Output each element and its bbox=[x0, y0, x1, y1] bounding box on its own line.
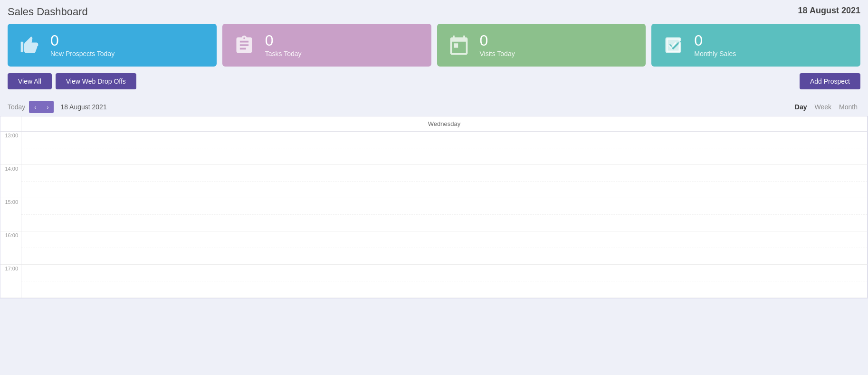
calendar-date-display: 18 August 2021 bbox=[60, 103, 106, 111]
calendar-prev-button[interactable]: ‹ bbox=[29, 101, 41, 113]
stat-card-tasks: 0 Tasks Today bbox=[222, 24, 431, 67]
tasks-count: 0 bbox=[265, 33, 302, 48]
action-bar: View All View Web Drop Offs Add Prospect bbox=[8, 73, 860, 89]
stat-cards-row: 0 New Prospects Today 0 Tasks Today bbox=[8, 24, 860, 67]
header-date: 18 August 2021 bbox=[798, 6, 860, 16]
visits-label: Visits Today bbox=[480, 50, 515, 58]
time-slot-label-14: 14:00 bbox=[0, 165, 21, 198]
action-bar-right: Add Prospect bbox=[800, 73, 860, 89]
time-slot-label-16: 16:00 bbox=[0, 231, 21, 265]
view-all-button[interactable]: View All bbox=[8, 73, 52, 89]
calendar-container: Wednesday 13:00 14:00 15:00 16:00 17:00 bbox=[0, 116, 868, 298]
time-slot-label-13: 13:00 bbox=[0, 132, 21, 165]
view-web-drop-offs-button[interactable]: View Web Drop Offs bbox=[56, 73, 136, 89]
calendar-nav: Today ‹ › 18 August 2021 Day Week Month bbox=[0, 96, 868, 116]
calendar-slot-13 bbox=[21, 132, 868, 165]
page-title: Sales Dashboard bbox=[8, 6, 88, 18]
monthly-sales-label: Monthly Sales bbox=[694, 50, 736, 58]
calendar-view-buttons: Day Week Month bbox=[792, 102, 860, 112]
calendar-view-day[interactable]: Day bbox=[792, 102, 810, 112]
action-bar-left: View All View Web Drop Offs bbox=[8, 73, 136, 89]
monthly-sales-count: 0 bbox=[694, 33, 736, 48]
calendar-header: Wednesday bbox=[0, 116, 868, 132]
calendar-slot-14 bbox=[21, 165, 868, 198]
add-prospect-button[interactable]: Add Prospect bbox=[800, 73, 860, 89]
chart-icon bbox=[661, 33, 686, 58]
new-prospects-label: New Prospects Today bbox=[50, 50, 114, 58]
time-slot-label-17: 17:00 bbox=[0, 265, 21, 298]
time-gutter: 13:00 14:00 15:00 16:00 17:00 bbox=[0, 132, 21, 298]
stat-card-visits: 0 Visits Today bbox=[437, 24, 646, 67]
calendar-view-week[interactable]: Week bbox=[812, 102, 835, 112]
tasks-label: Tasks Today bbox=[265, 50, 302, 58]
clipboard-icon bbox=[232, 33, 257, 58]
calendar-content-col bbox=[21, 132, 868, 298]
stat-card-new-prospects: 0 New Prospects Today bbox=[8, 24, 217, 67]
calendar-slot-16 bbox=[21, 231, 868, 265]
thumbs-up-icon bbox=[17, 33, 42, 58]
calendar-slot-17 bbox=[21, 265, 868, 298]
calendar-grid-icon bbox=[447, 33, 471, 58]
time-gutter-header bbox=[0, 116, 21, 131]
calendar-slot-15 bbox=[21, 198, 868, 231]
visits-count: 0 bbox=[480, 33, 515, 48]
time-slot-label-15: 15:00 bbox=[0, 198, 21, 231]
stat-card-monthly-sales: 0 Monthly Sales bbox=[651, 24, 860, 67]
calendar-next-button[interactable]: › bbox=[41, 101, 54, 113]
new-prospects-count: 0 bbox=[50, 33, 114, 48]
day-header-wednesday: Wednesday bbox=[21, 116, 868, 131]
calendar-body: 13:00 14:00 15:00 16:00 17:00 bbox=[0, 132, 868, 298]
today-label: Today bbox=[8, 103, 25, 111]
calendar-view-month[interactable]: Month bbox=[836, 102, 860, 112]
